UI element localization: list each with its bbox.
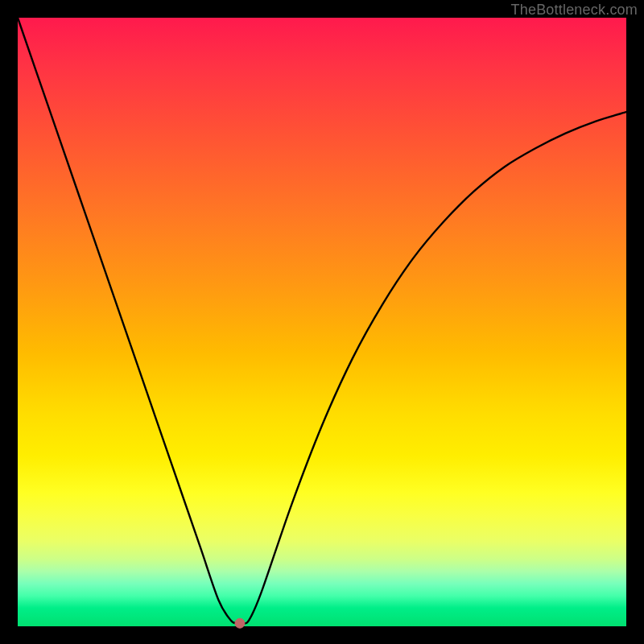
bottleneck-curve-line	[18, 18, 626, 624]
curve-minimum-marker	[235, 618, 245, 628]
watermark-text: TheBottleneck.com	[511, 2, 638, 19]
chart-svg	[18, 18, 626, 626]
